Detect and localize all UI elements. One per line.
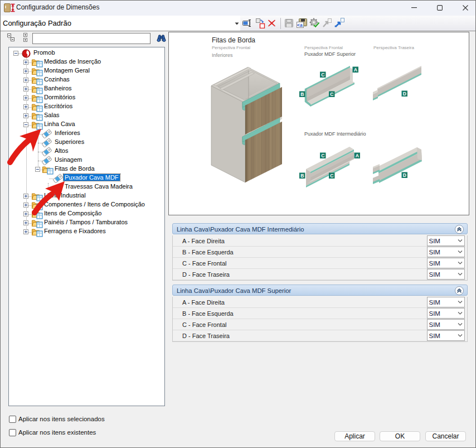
svg-text:D: D [403, 172, 406, 178]
svg-text:C: C [321, 72, 324, 78]
svg-text:C: C [330, 173, 333, 179]
svg-text:B: B [300, 173, 304, 179]
svg-text:C: C [321, 153, 324, 158]
svg-text:C: C [330, 91, 333, 97]
svg-text:A: A [354, 67, 357, 73]
svg-text:B: B [300, 91, 304, 97]
svg-text:A: A [356, 153, 359, 158]
svg-text:D: D [403, 91, 406, 97]
